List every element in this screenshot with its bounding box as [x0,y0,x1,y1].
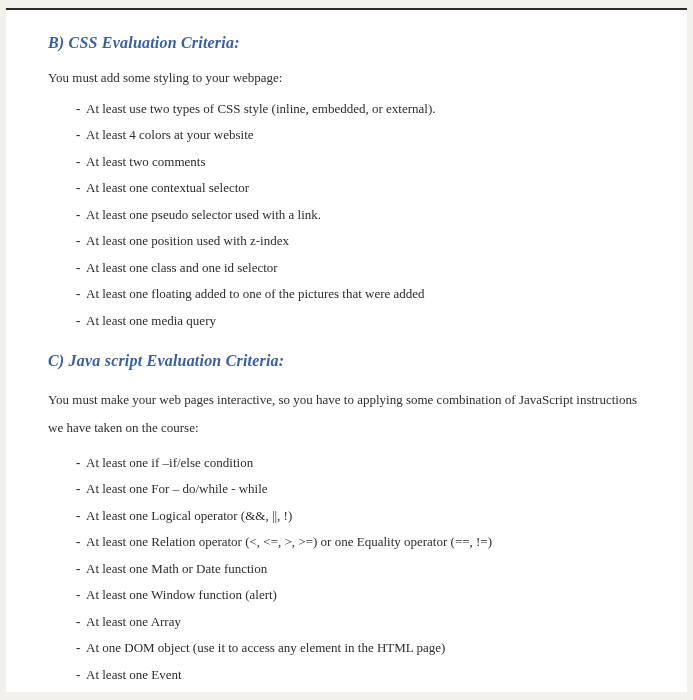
list-item: At least one media query [76,311,647,331]
list-item: At least use two types of CSS style (inl… [76,99,647,119]
section-c-intro: You must make your web pages interactive… [48,386,647,441]
list-item: At least one Math or Date function [76,559,647,579]
list-item: At least one Relation operator (<, <=, >… [76,532,647,552]
section-b-list: At least use two types of CSS style (inl… [48,99,647,331]
section-b-heading: B) CSS Evaluation Criteria: [48,34,647,52]
page-container: B) CSS Evaluation Criteria: You must add… [0,0,693,700]
list-item: At least two comments [76,152,647,172]
list-item: At least one floating added to one of th… [76,284,647,304]
list-item: At least one Array [76,612,647,632]
list-item: At least one pseudo selector used with a… [76,205,647,225]
list-item: At least one For – do/while - while [76,479,647,499]
list-item: At one DOM object (use it to access any … [76,638,647,658]
list-item: At least one Event [76,665,647,685]
list-item: At least one contextual selector [76,178,647,198]
document-sheet: B) CSS Evaluation Criteria: You must add… [6,8,687,692]
list-item: At least 4 colors at your website [76,125,647,145]
list-item: At least one position used with z-index [76,231,647,251]
section-b-intro: You must add some styling to your webpag… [48,68,647,89]
list-item: At least one Logical operator (&&, ||, !… [76,506,647,526]
list-item: At least one class and one id selector [76,258,647,278]
list-item: At least one if –if/else condition [76,453,647,473]
list-item: At least one Window function (alert) [76,585,647,605]
section-c-list: At least one if –if/else condition At le… [48,453,647,685]
section-c-heading: C) Java script Evaluation Criteria: [48,352,647,370]
